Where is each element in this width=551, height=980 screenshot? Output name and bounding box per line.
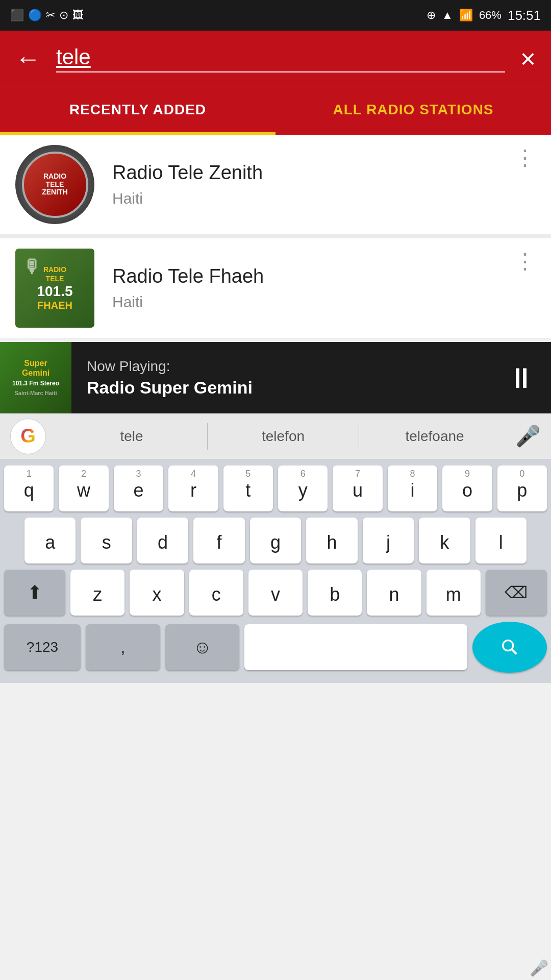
key-v[interactable]: v — [248, 570, 303, 616]
now-playing-info: Now Playing: Radio Super Gemini — [71, 358, 507, 398]
keyboard-row-2: a s d f g h j k l — [4, 518, 547, 564]
backspace-key[interactable]: ⌫ — [486, 570, 547, 616]
status-icon-2: 🔵 — [28, 9, 42, 22]
space-key[interactable] — [244, 624, 467, 670]
key-o[interactable]: 9o — [442, 465, 492, 511]
suggestion-telefoane[interactable]: telefoane — [359, 423, 510, 450]
search-container — [56, 45, 505, 72]
station-card-zenith[interactable]: RADIOTELEZENITH Radio Tele Zenith Haiti … — [0, 135, 551, 234]
key-n[interactable]: n — [367, 570, 421, 616]
keyboard-suggestions-bar: G tele telefon telefoane 🎤 — [0, 413, 551, 459]
status-icon-plus: ⊕ — [427, 9, 436, 22]
key-u[interactable]: 7u — [333, 465, 382, 511]
key-m[interactable]: m — [427, 570, 481, 616]
key-d[interactable]: d — [137, 518, 188, 564]
svg-line-1 — [512, 649, 516, 654]
fhaeh-station-info: Radio Tele Fhaeh Haiti — [112, 265, 536, 311]
station-card-fhaeh[interactable]: RADIOTELE 101.5 FHAEH 🎙 Radio Tele Fhaeh… — [0, 238, 551, 338]
zenith-station-info: Radio Tele Zenith Haiti — [112, 162, 536, 207]
key-i[interactable]: 8i — [388, 465, 437, 511]
zenith-menu-button[interactable]: ⋮ — [514, 145, 536, 170]
tab-all-radio-stations[interactable]: ALL RADIO STATIONS — [276, 87, 551, 135]
shift-key[interactable]: ⬆ — [4, 570, 65, 616]
status-icon-4: ⊙ — [59, 9, 68, 22]
search-input[interactable] — [56, 45, 505, 72]
key-z[interactable]: z — [70, 570, 124, 616]
wifi-icon: ▲ — [442, 9, 453, 22]
battery-indicator: 66% — [479, 9, 502, 22]
now-playing-thumbnail: SuperGemini 101.3 Fm Stereo Saint-Marc H… — [0, 342, 71, 413]
tab-bar: RECENTLY ADDED ALL RADIO STATIONS — [0, 87, 551, 135]
key-g[interactable]: g — [250, 518, 301, 564]
now-playing-thumb-text: SuperGemini 101.3 Fm Stereo Saint-Marc H… — [0, 342, 71, 413]
keyboard-row-1: 1q 2w 3e 4r 5t 6y 7u 8i 9o 0p — [4, 465, 547, 511]
now-playing-title: Radio Super Gemini — [87, 378, 492, 398]
fhaeh-menu-button[interactable]: ⋮ — [514, 249, 536, 274]
clear-search-button[interactable]: × — [520, 43, 536, 74]
key-f[interactable]: f — [193, 518, 244, 564]
suggestion-telefon[interactable]: telefon — [208, 423, 359, 450]
search-key[interactable] — [472, 622, 547, 673]
key-l[interactable]: l — [475, 518, 527, 564]
keyboard-row-bottom: ?123 , ☺ — [4, 622, 547, 673]
fhaeh-logo-bg: RADIOTELE 101.5 FHAEH 🎙 — [15, 249, 94, 328]
emoji-key[interactable]: ☺ — [165, 624, 240, 670]
now-playing-label: Now Playing: — [87, 358, 492, 375]
key-q[interactable]: 1q — [4, 465, 54, 511]
key-b[interactable]: b — [308, 570, 362, 616]
status-icon-1: ⬛ — [10, 9, 24, 22]
status-bar-right: ⊕ ▲ 📶 66% 15:51 — [427, 8, 541, 23]
key-w[interactable]: 2w — [59, 465, 108, 511]
tab-recently-added[interactable]: RECENTLY ADDED — [0, 87, 276, 135]
comma-key[interactable]: , — [86, 624, 160, 670]
status-icon-5: 🖼 — [72, 9, 84, 22]
status-icon-3: ✂ — [46, 9, 55, 22]
station-list: RADIOTELEZENITH Radio Tele Zenith Haiti … — [0, 135, 551, 338]
keyboard: 1q 2w 3e 4r 5t 6y 7u 8i 9o 0p a s d f g … — [0, 459, 551, 683]
key-k[interactable]: k — [419, 518, 470, 564]
search-header: ← × — [0, 31, 551, 87]
key-h[interactable]: h — [306, 518, 357, 564]
keyboard-row-3: ⬆ z x c v b n m ⌫ — [4, 570, 547, 616]
zenith-station-country: Haiti — [112, 190, 536, 207]
key-j[interactable]: j — [363, 518, 414, 564]
symbols-key[interactable]: ?123 — [4, 624, 81, 670]
key-e[interactable]: 3e — [114, 465, 163, 511]
clock: 15:51 — [508, 8, 541, 23]
fhaeh-logo-text: RADIOTELE 101.5 FHAEH 🎙 — [37, 265, 72, 311]
key-t[interactable]: 5t — [223, 465, 273, 511]
suggestions-list: tele telefon telefoane — [56, 423, 510, 450]
back-button[interactable]: ← — [15, 46, 41, 71]
zenith-logo-circle: RADIOTELEZENITH — [15, 145, 94, 224]
status-bar: ⬛ 🔵 ✂ ⊙ 🖼 ⊕ ▲ 📶 66% 15:51 — [0, 0, 551, 31]
key-r[interactable]: 4r — [168, 465, 218, 511]
status-bar-left-icons: ⬛ 🔵 ✂ ⊙ 🖼 — [10, 9, 84, 22]
battery-percent: 66% — [479, 9, 502, 22]
pause-button[interactable]: ⏸ — [507, 361, 536, 395]
key-a[interactable]: a — [24, 518, 76, 564]
svg-point-0 — [503, 641, 513, 651]
key-s[interactable]: s — [81, 518, 132, 564]
suggestion-tele[interactable]: tele — [56, 423, 208, 450]
key-p[interactable]: 0p — [497, 465, 547, 511]
fhaeh-station-name: Radio Tele Fhaeh — [112, 265, 536, 287]
key-x[interactable]: x — [130, 570, 184, 616]
now-playing-bar: SuperGemini 101.3 Fm Stereo Saint-Marc H… — [0, 342, 551, 413]
signal-icon: 📶 — [459, 9, 473, 22]
station-logo-fhaeh: RADIOTELE 101.5 FHAEH 🎙 — [15, 249, 94, 328]
google-logo: G — [10, 419, 46, 454]
zenith-logo-inner: RADIOTELEZENITH — [22, 152, 88, 218]
key-y[interactable]: 6y — [278, 465, 328, 511]
fhaeh-station-country: Haiti — [112, 293, 536, 311]
key-c[interactable]: c — [189, 570, 243, 616]
zenith-station-name: Radio Tele Zenith — [112, 162, 536, 184]
voice-input-button[interactable]: 🎤 — [515, 424, 541, 448]
station-logo-zenith: RADIOTELEZENITH — [15, 145, 94, 224]
